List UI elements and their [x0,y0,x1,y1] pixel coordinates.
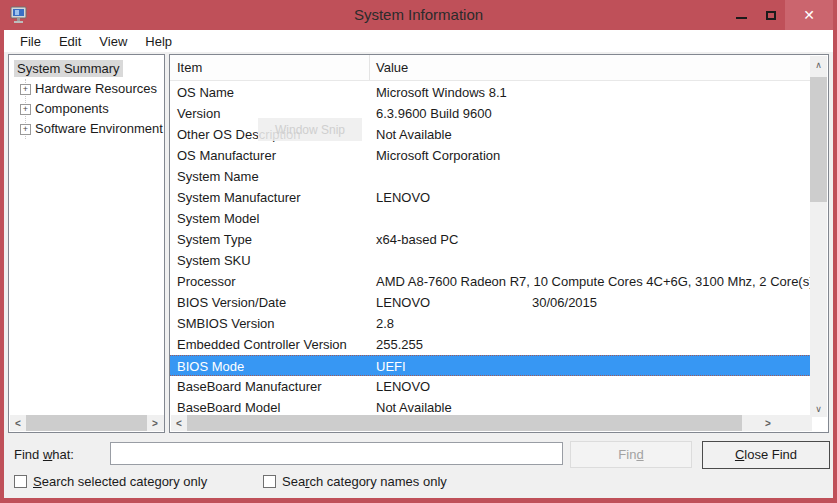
tree-item-components[interactable]: + Components [9,99,164,119]
window-border-right [833,30,837,503]
find-button[interactable]: Find [570,441,692,468]
search-category-names-checkbox-row: Search category names only [263,473,447,489]
menu-bar: File Edit View Help [4,30,833,52]
column-header-value[interactable]: Value [370,55,811,80]
close-icon: ✕ [803,7,815,23]
bios-vendor: LENOVO [376,292,532,313]
column-header-item[interactable]: Item [170,55,370,80]
table-row[interactable]: OS NameMicrosoft Windows 8.1 [170,82,811,103]
expand-plus-icon[interactable]: + [20,104,31,115]
scroll-right-icon[interactable]: > [147,415,163,431]
menu-edit[interactable]: Edit [50,32,90,51]
scroll-right-icon[interactable]: > [760,415,776,431]
expand-plus-icon[interactable]: + [20,124,31,135]
table-row[interactable]: BaseBoard ManufacturerLENOVO [170,376,811,397]
table-row[interactable]: BIOS Version/DateLENOVO30/06/2015 [170,292,811,313]
menu-file[interactable]: File [11,32,50,51]
minimize-button[interactable] [727,0,756,30]
find-what-label: Find what: [14,447,74,462]
table-row[interactable]: System Model [170,208,811,229]
maximize-button[interactable] [756,0,785,30]
table-row[interactable]: SMBIOS Version2.8 [170,313,811,334]
tree-item-hardware-resources[interactable]: + Hardware Resources [9,79,164,99]
tree-horizontal-scrollbar[interactable]: < > [10,415,165,431]
close-button[interactable]: ✕ [785,0,833,30]
window-title: System Information [0,6,837,23]
scroll-down-icon[interactable]: ∨ [810,400,827,417]
checkbox-label: Search category names only [282,474,447,489]
list-body: OS NameMicrosoft Windows 8.1 Version6.3.… [170,82,811,418]
search-selected-category-checkbox-row: Search selected category only [14,473,207,489]
table-row[interactable]: OS ManufacturerMicrosoft Corporation [170,145,811,166]
list-header: Item Value [170,55,811,81]
title-bar: System Information ✕ [0,0,837,30]
checkbox-unchecked[interactable] [263,475,276,488]
minimize-icon [736,17,747,19]
table-row-selected[interactable]: BIOS ModeUEFI [170,355,811,376]
table-row[interactable]: Embedded Controller Version255.255 [170,334,811,355]
table-row[interactable]: Version6.3.9600 Build 9600 [170,103,811,124]
close-find-button[interactable]: Close Find [702,441,830,469]
maximize-icon [766,11,776,20]
table-row[interactable]: ProcessorAMD A8-7600 Radeon R7, 10 Compu… [170,271,811,292]
tree-item-label: Software Environment [35,121,163,136]
find-input[interactable] [110,442,563,465]
tree-item-software-environment[interactable]: + Software Environment [9,119,164,139]
checkbox-label: Search selected category only [33,474,207,489]
table-row[interactable]: System ManufacturerLENOVO [170,187,811,208]
table-row[interactable]: System Typex64-based PC [170,229,811,250]
scroll-up-icon[interactable]: ∧ [810,56,827,73]
window-border-bottom [0,498,837,503]
find-bar: Find what: Find Close Find Search select… [4,433,833,498]
table-row[interactable]: System Name [170,166,811,187]
menu-view[interactable]: View [90,32,136,51]
scrollbar-thumb[interactable] [26,415,147,431]
table-row[interactable]: System SKU [170,250,811,271]
menu-help[interactable]: Help [136,32,181,51]
scrollbar-thumb[interactable] [810,77,827,202]
scroll-left-icon[interactable]: < [10,415,26,431]
scrollbar-thumb[interactable] [187,415,742,431]
checkbox-unchecked[interactable] [14,475,27,488]
list-vertical-scrollbar[interactable]: ∧ ∨ [810,56,827,417]
tree-item-system-summary[interactable]: System Summary [14,60,123,77]
details-list-pane: Item Value OS NameMicrosoft Windows 8.1 … [169,54,829,433]
expand-plus-icon[interactable]: + [20,84,31,95]
tree-item-label: Hardware Resources [35,81,157,96]
list-horizontal-scrollbar[interactable]: < > [171,415,812,431]
table-row[interactable]: Other OS DescriptionNot Available [170,124,811,145]
scroll-left-icon[interactable]: < [171,415,187,431]
bios-date: 30/06/2015 [532,295,597,310]
category-tree-pane: System Summary + Hardware Resources + Co… [8,54,165,433]
tree-item-label: Components [35,101,109,116]
